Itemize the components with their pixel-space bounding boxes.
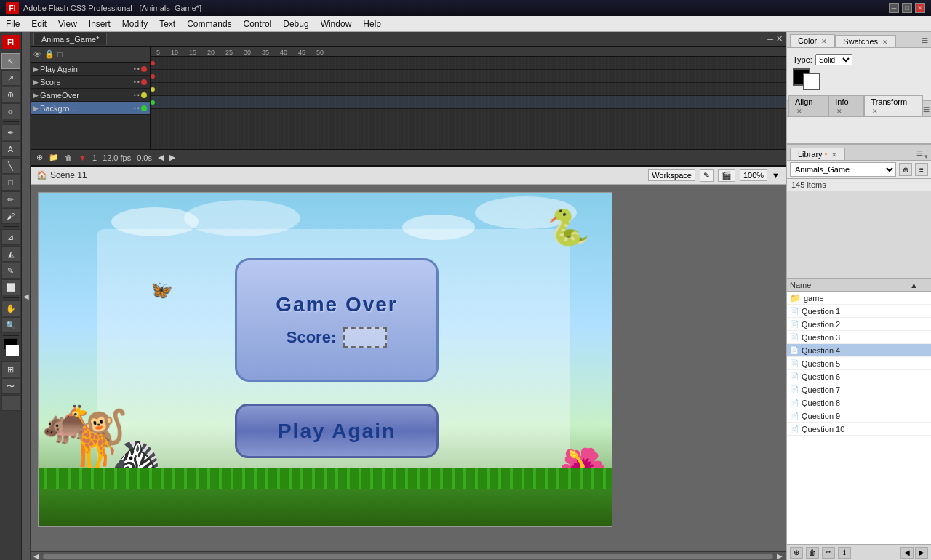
hscroll-thumb[interactable] bbox=[42, 553, 774, 559]
menu-file[interactable]: File bbox=[0, 16, 25, 31]
transform-tool[interactable]: ⊕ bbox=[1, 87, 20, 103]
menu-commands[interactable]: Commands bbox=[181, 16, 237, 31]
lib-item-q5[interactable]: 📄 Question 5 bbox=[787, 357, 931, 370]
transform-tab[interactable]: Transform ✕ bbox=[864, 95, 922, 116]
lib-item-q10[interactable]: 📄 Question 10 bbox=[787, 423, 931, 436]
lib-item-game[interactable]: 📁 game bbox=[787, 292, 931, 305]
swatches-tab-close[interactable]: ✕ bbox=[882, 39, 888, 46]
tl-add-folder-btn[interactable]: 📁 bbox=[49, 153, 59, 162]
lib-sort-icon[interactable]: ▲ bbox=[910, 281, 918, 289]
color-type-select[interactable]: Solid Linear Radial bbox=[815, 54, 852, 65]
zoom-down-icon: ▼ bbox=[772, 171, 780, 180]
lib-item-q1[interactable]: 📄 Question 1 bbox=[787, 305, 931, 318]
library-tab[interactable]: Library * ✕ bbox=[790, 148, 845, 160]
left-toolbar: Fl ↖ ↗ ⊕ ⌾ ✒ A ╲ □ ✏ 🖌 ⊿ ◭ ✎ ⬜ ✋ 🔍 ⊞ 〜 — bbox=[0, 32, 22, 560]
tl-scroll-left[interactable]: ◀ bbox=[158, 153, 164, 162]
layer-background[interactable]: ▶ Backgro... • • bbox=[31, 102, 150, 115]
menu-text[interactable]: Text bbox=[153, 16, 181, 31]
subselect-tool[interactable]: ↗ bbox=[1, 70, 20, 86]
tl-minimize[interactable]: ─ bbox=[767, 35, 773, 44]
zoom-dropdown[interactable]: 100% bbox=[740, 169, 767, 181]
menu-control[interactable]: Control bbox=[238, 16, 278, 31]
fill-color[interactable] bbox=[5, 345, 20, 356]
canvas-hscroll[interactable]: ◀ ▶ bbox=[31, 551, 786, 560]
close-button[interactable]: ✕ bbox=[915, 3, 925, 13]
info-tab[interactable]: Info ✕ bbox=[828, 95, 864, 116]
hscroll-right[interactable]: ▶ bbox=[777, 552, 783, 560]
info-tab-close[interactable]: ✕ bbox=[836, 108, 842, 115]
edit-symbols-btn[interactable]: ✎ bbox=[700, 169, 714, 182]
eyedropper-tool[interactable]: ✎ bbox=[1, 263, 20, 279]
lib-item-q9[interactable]: 📄 Question 9 bbox=[787, 409, 931, 423]
menu-debug[interactable]: Debug bbox=[277, 16, 314, 31]
edit-scene-btn[interactable]: 🎬 bbox=[718, 169, 735, 182]
brush-tool[interactable]: 🖌 bbox=[1, 208, 20, 224]
layer-play-again[interactable]: ▶ Play Again • • bbox=[31, 63, 150, 76]
lib-panel-menu[interactable]: ≡ bbox=[916, 147, 923, 160]
ait-panel-menu[interactable]: ≡ bbox=[923, 103, 930, 116]
library-name-dropdown[interactable]: Animals_Game bbox=[790, 162, 896, 177]
hscroll-left[interactable]: ◀ bbox=[33, 552, 39, 560]
lasso-tool[interactable]: ⌾ bbox=[1, 103, 20, 119]
layer-score[interactable]: ▶ Score • • bbox=[31, 76, 150, 89]
ink-bottle-tool[interactable]: ⊿ bbox=[1, 229, 20, 245]
zoom-tool[interactable]: 🔍 bbox=[1, 317, 20, 333]
expand-toggle[interactable]: ◀ bbox=[22, 32, 31, 560]
line-tool[interactable]: ╲ bbox=[1, 158, 20, 174]
play-again-button[interactable]: Play Again bbox=[235, 404, 439, 458]
lib-settings-btn[interactable]: ≡ bbox=[915, 163, 928, 176]
fill-swatch[interactable] bbox=[803, 73, 820, 90]
minimize-button[interactable]: ─ bbox=[889, 3, 899, 13]
align-tab-close[interactable]: ✕ bbox=[796, 108, 802, 115]
smooth-btn[interactable]: 〜 bbox=[1, 378, 20, 394]
tl-delete-layer-btn[interactable]: 🗑 bbox=[65, 153, 73, 162]
lib-next-btn[interactable]: ▶ bbox=[915, 547, 928, 559]
lib-prev-btn[interactable]: ◀ bbox=[900, 547, 914, 559]
menu-view[interactable]: View bbox=[52, 16, 83, 31]
align-tab[interactable]: Align ✕ bbox=[788, 95, 828, 116]
eraser-tool[interactable]: ⬜ bbox=[1, 279, 20, 295]
lib-item-q6[interactable]: 📄 Question 6 bbox=[787, 370, 931, 383]
pen-tool[interactable]: ✒ bbox=[1, 124, 20, 140]
text-tool[interactable]: A bbox=[1, 141, 20, 157]
canvas-wrapper[interactable]: 🐍 🦋 🐒 🦒 🦛 🦓 bbox=[31, 185, 786, 551]
lib-item-name-q3: Question 3 bbox=[802, 333, 840, 342]
layer-gameover[interactable]: ▶ GameOver • • bbox=[31, 89, 150, 102]
rect-tool[interactable]: □ bbox=[1, 175, 20, 191]
transform-tab-close[interactable]: ✕ bbox=[872, 108, 878, 115]
library-tab-close[interactable]: ✕ bbox=[831, 151, 837, 159]
fps-display: 12.0 fps bbox=[103, 153, 131, 162]
paint-bucket-tool[interactable]: ◭ bbox=[1, 246, 20, 262]
menu-modify[interactable]: Modify bbox=[116, 16, 153, 31]
lib-item-q8[interactable]: 📄 Question 8 bbox=[787, 396, 931, 409]
cs-panel-menu[interactable]: ≡ bbox=[922, 34, 928, 47]
menu-help[interactable]: Help bbox=[357, 16, 387, 31]
menu-edit[interactable]: Edit bbox=[25, 16, 52, 31]
lib-props-btn[interactable]: ℹ bbox=[838, 547, 851, 559]
lib-item-q3[interactable]: 📄 Question 3 bbox=[787, 331, 931, 344]
lib-item-q7[interactable]: 📄 Question 7 bbox=[787, 383, 931, 396]
tl-add-layer-btn[interactable]: ⊕ bbox=[36, 153, 43, 162]
lib-panel-collapse[interactable]: ▾ bbox=[924, 153, 928, 160]
snap-to-objects[interactable]: ⊞ bbox=[1, 361, 20, 377]
tl-scroll-right[interactable]: ▶ bbox=[169, 153, 175, 162]
lib-item-q2[interactable]: 📄 Question 2 bbox=[787, 318, 931, 331]
workspace-dropdown[interactable]: Workspace bbox=[648, 169, 695, 181]
straighten-btn[interactable]: — bbox=[1, 395, 20, 411]
swatches-tab[interactable]: Swatches ✕ bbox=[835, 35, 896, 47]
menu-insert[interactable]: Insert bbox=[83, 16, 116, 31]
lib-new-btn[interactable]: ⊕ bbox=[790, 547, 803, 559]
lib-new-symbol-btn[interactable]: ⊕ bbox=[899, 163, 912, 176]
maximize-button[interactable]: □ bbox=[902, 3, 912, 13]
lib-item-q4[interactable]: 📄 Question 4 bbox=[787, 344, 931, 357]
tl-close[interactable]: ✕ bbox=[776, 34, 783, 44]
lib-delete-btn[interactable]: 🗑 bbox=[806, 547, 819, 559]
select-tool[interactable]: ↖ bbox=[1, 53, 20, 69]
lib-edit-btn[interactable]: ✏ bbox=[822, 547, 835, 559]
pencil-tool[interactable]: ✏ bbox=[1, 191, 20, 207]
hand-tool[interactable]: ✋ bbox=[1, 300, 20, 316]
color-tab-close[interactable]: ✕ bbox=[821, 38, 827, 45]
menu-window[interactable]: Window bbox=[315, 16, 358, 31]
timeline-tab-animalgame[interactable]: Animals_Game* bbox=[33, 33, 107, 45]
color-tab[interactable]: Color ✕ bbox=[790, 34, 835, 47]
